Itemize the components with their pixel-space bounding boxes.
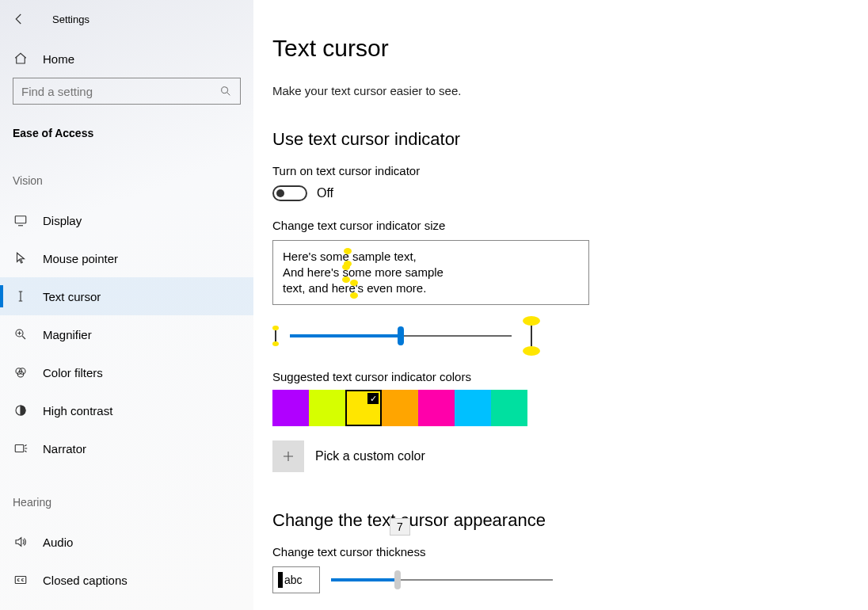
- svg-rect-8: [15, 577, 26, 584]
- high-contrast-icon: [13, 402, 29, 418]
- sidebar-item-label: Text cursor: [43, 290, 101, 303]
- sidebar-item-narrator[interactable]: Narrator: [0, 429, 253, 467]
- narrator-icon: [13, 440, 29, 456]
- ease-of-access-label: Ease of Access: [0, 108, 253, 146]
- sidebar-item-closed-captions[interactable]: Closed captions: [0, 561, 253, 599]
- small-cursor-icon: [272, 326, 279, 346]
- color-swatch[interactable]: [418, 390, 455, 426]
- sidebar-item-audio[interactable]: Audio: [0, 523, 253, 561]
- thickness-label: Change text cursor thickness: [272, 545, 849, 559]
- search-input[interactable]: [13, 78, 241, 105]
- sidebar-item-home[interactable]: Home: [0, 43, 253, 74]
- appearance-section-heading: Change the text cursor appearance: [272, 510, 849, 531]
- color-swatch[interactable]: [309, 390, 345, 426]
- sidebar-item-label: Mouse pointer: [43, 252, 118, 265]
- color-filters-icon: [13, 364, 29, 380]
- sidebar-item-display[interactable]: Display: [0, 201, 253, 239]
- size-label: Change text cursor indicator size: [272, 219, 849, 232]
- toggle-state-text: Off: [317, 186, 333, 200]
- indicator-toggle[interactable]: [272, 185, 307, 201]
- color-swatch[interactable]: [382, 390, 418, 426]
- main-content: Text cursor Make your text cursor easier…: [253, 0, 868, 610]
- indicator-preview: Here's some sample text, And here's some…: [272, 240, 589, 305]
- toggle-label: Turn on text cursor indicator: [272, 164, 849, 177]
- sidebar-item-color-filters[interactable]: Color filters: [0, 353, 253, 391]
- closed-captions-icon: [13, 572, 29, 588]
- sidebar-item-high-contrast[interactable]: High contrast: [0, 391, 253, 429]
- pick-custom-color-button[interactable]: [272, 440, 304, 472]
- svg-rect-7: [15, 445, 24, 452]
- search-icon: [219, 85, 232, 97]
- hearing-section-label: Hearing: [0, 467, 253, 515]
- vision-nav-list: DisplayMouse pointerText cursorMagnifier…: [0, 193, 253, 467]
- sidebar-item-label: Magnifier: [43, 328, 92, 341]
- audio-icon: [13, 534, 29, 550]
- sidebar-item-magnifier[interactable]: Magnifier: [0, 315, 253, 353]
- color-swatches: ✓: [272, 390, 849, 426]
- hearing-nav-list: AudioClosed captions: [0, 515, 253, 599]
- large-cursor-icon: [523, 316, 540, 356]
- thickness-preview: abc: [272, 566, 320, 593]
- home-icon: [13, 51, 29, 67]
- magnifier-icon: [13, 326, 29, 342]
- sidebar-item-label: High contrast: [43, 404, 112, 417]
- sidebar-item-label: Audio: [43, 536, 73, 549]
- sidebar-item-label: Narrator: [43, 442, 86, 456]
- indicator-section-heading: Use text cursor indicator: [272, 129, 849, 150]
- svg-rect-1: [15, 216, 26, 223]
- thickness-slider[interactable]: [331, 572, 553, 588]
- color-swatch[interactable]: [491, 390, 527, 426]
- home-label: Home: [43, 52, 74, 66]
- thickness-tooltip: 7: [390, 518, 410, 536]
- custom-color-label: Pick a custom color: [315, 449, 425, 463]
- color-swatch[interactable]: [455, 390, 491, 426]
- sidebar-item-text-cursor[interactable]: Text cursor: [0, 277, 253, 315]
- sidebar: Settings Home Ease of Access Vision Disp…: [0, 0, 253, 610]
- vision-section-label: Vision: [0, 146, 253, 193]
- svg-point-0: [222, 87, 228, 93]
- check-icon: ✓: [367, 393, 379, 404]
- sidebar-item-label: Display: [43, 214, 82, 227]
- color-swatch[interactable]: ✓: [345, 390, 382, 426]
- sidebar-item-mouse-pointer[interactable]: Mouse pointer: [0, 239, 253, 277]
- back-button[interactable]: [10, 10, 29, 29]
- indicator-size-slider[interactable]: [290, 328, 512, 344]
- mouse-pointer-icon: [13, 250, 29, 266]
- text-cursor-icon: [13, 288, 29, 304]
- app-title: Settings: [52, 13, 89, 25]
- color-swatch[interactable]: [272, 390, 309, 426]
- sidebar-item-label: Closed captions: [43, 574, 128, 587]
- colors-label: Suggested text cursor indicator colors: [272, 370, 849, 383]
- sidebar-item-label: Color filters: [43, 366, 103, 379]
- display-icon: [13, 212, 29, 228]
- page-subtitle: Make your text cursor easier to see.: [272, 84, 849, 97]
- page-title: Text cursor: [272, 35, 849, 62]
- search-field[interactable]: [21, 85, 219, 98]
